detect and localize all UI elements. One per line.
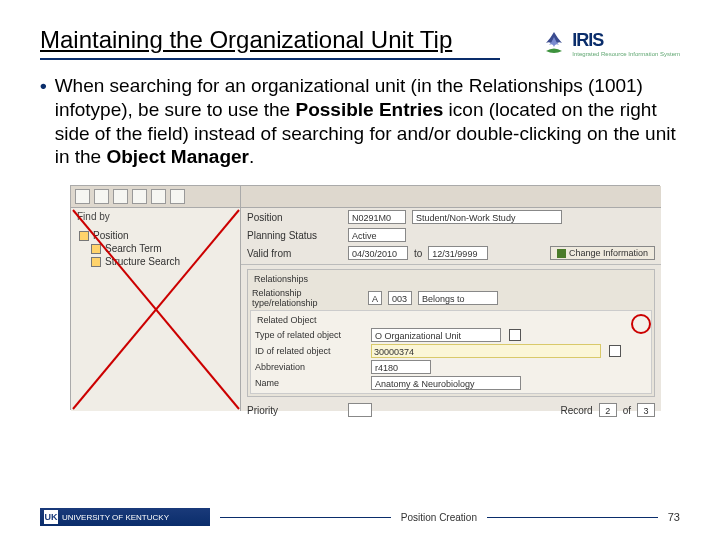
- tree-label: Position: [93, 230, 129, 241]
- bullet-text-post: .: [249, 146, 254, 167]
- footer-rule: [487, 517, 658, 518]
- to-label: to: [414, 248, 422, 259]
- title-rule: [40, 58, 500, 60]
- abbreviation-field: r4180: [371, 360, 431, 374]
- related-object-group: Related Object Type of related object O …: [250, 310, 652, 394]
- bullet-bold-object-manager: Object Manager: [106, 146, 249, 167]
- id-of-related-object-field[interactable]: 30000374: [371, 344, 601, 358]
- type-of-related-object-label: Type of related object: [255, 330, 365, 340]
- change-information-label: Change Information: [569, 248, 648, 258]
- university-name: UNIVERSITY OF KENTUCKY: [62, 513, 169, 522]
- footer-title: Position Creation: [401, 512, 477, 523]
- uk-mark-icon: UK: [44, 510, 58, 524]
- tree-label: Search Term: [105, 243, 162, 254]
- screenshot-region: Find by Position Search Term Structure S…: [70, 185, 660, 410]
- planning-status-label: Planning Status: [247, 230, 342, 241]
- toolbar-icon: [94, 189, 109, 204]
- rel-b-field: 003: [388, 291, 412, 305]
- bullet-text: When searching for an organizational uni…: [55, 74, 680, 169]
- tree-icon: [79, 231, 89, 241]
- position-field: N0291M0: [348, 210, 406, 224]
- tree-icon: [91, 257, 101, 267]
- change-information-button[interactable]: Change Information: [550, 246, 655, 260]
- related-object-header: Related Object: [253, 313, 649, 327]
- object-manager-panel: Find by Position Search Term Structure S…: [71, 186, 241, 411]
- toolbar-icon: [170, 189, 185, 204]
- valid-from-field: 04/30/2010: [348, 246, 408, 260]
- planning-status-field: Active: [348, 228, 406, 242]
- left-toolbar: [71, 186, 240, 208]
- slide-title: Maintaining the Organizational Unit Tip: [40, 26, 452, 56]
- bullet-marker: •: [40, 74, 47, 169]
- iris-subtitle: Integrated Resource Information System: [572, 51, 680, 57]
- university-brand: UK UNIVERSITY OF KENTUCKY: [40, 508, 210, 526]
- page-number: 73: [668, 511, 680, 523]
- object-tree: Position Search Term Structure Search: [71, 225, 240, 272]
- bullet-item: • When searching for an organizational u…: [40, 74, 680, 169]
- iris-icon: [540, 29, 568, 57]
- record-current-field: 2: [599, 403, 617, 417]
- priority-label: Priority: [247, 405, 342, 416]
- relationships-panel: Relationships Relationship type/relation…: [247, 269, 655, 397]
- record-of-label: of: [623, 405, 631, 416]
- rel-a-field: A: [368, 291, 382, 305]
- id-of-related-object-label: ID of related object: [255, 346, 365, 356]
- valid-from-label: Valid from: [247, 248, 342, 259]
- right-toolbar: [241, 186, 661, 208]
- tree-label: Structure Search: [105, 256, 180, 267]
- footer-rule: [220, 517, 391, 518]
- possible-entries-icon[interactable]: [609, 345, 621, 357]
- valid-to-field: 12/31/9999: [428, 246, 488, 260]
- toolbar-icon: [151, 189, 166, 204]
- toolbar-icon: [75, 189, 90, 204]
- tree-root-position: Position: [77, 229, 234, 242]
- detail-panel: Position N0291M0 Student/Non-Work Study …: [241, 186, 661, 411]
- bullet-bold-possible-entries: Possible Entries: [295, 99, 443, 120]
- name-label: Name: [255, 378, 365, 388]
- relationships-header: Relationships: [250, 272, 652, 286]
- name-field: Anatomy & Neurobiology: [371, 376, 521, 390]
- toolbar-icon: [113, 189, 128, 204]
- tree-item-search-term: Search Term: [77, 242, 234, 255]
- record-total-field: 3: [637, 403, 655, 417]
- find-by-label: Find by: [71, 208, 240, 225]
- abbreviation-label: Abbreviation: [255, 362, 365, 372]
- tree-item-structure-search: Structure Search: [77, 255, 234, 268]
- red-circle-annotation: [631, 314, 651, 334]
- toolbar-icon: [132, 189, 147, 204]
- iris-logo: IRIS Integrated Resource Information Sys…: [540, 29, 680, 57]
- record-label: Record: [560, 405, 592, 416]
- tree-icon: [91, 244, 101, 254]
- priority-field: [348, 403, 372, 417]
- type-of-related-object-field: O Organizational Unit: [371, 328, 501, 342]
- position-label: Position: [247, 212, 342, 223]
- rel-c-field: Belongs to: [418, 291, 498, 305]
- pencil-icon: [557, 249, 566, 258]
- position-desc-field: Student/Non-Work Study: [412, 210, 562, 224]
- iris-name: IRIS: [572, 30, 680, 51]
- dropdown-icon[interactable]: [509, 329, 521, 341]
- slide-footer: UK UNIVERSITY OF KENTUCKY Position Creat…: [0, 508, 720, 526]
- relationship-type-label: Relationship type/relationship: [252, 288, 362, 308]
